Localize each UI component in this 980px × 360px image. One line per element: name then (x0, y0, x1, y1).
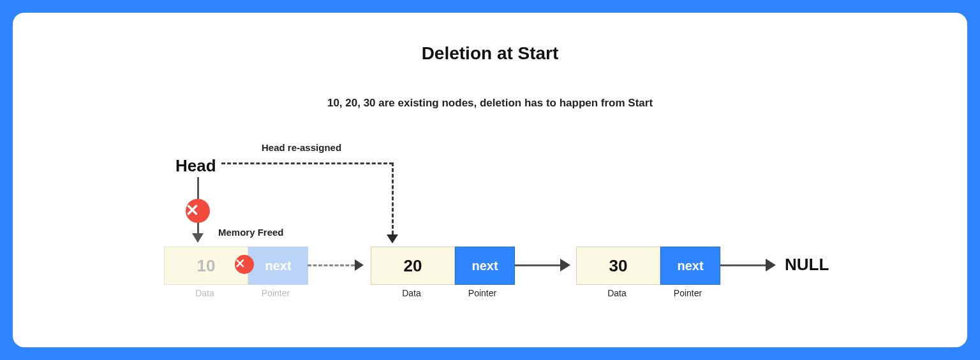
dashed-link-1-2 (308, 264, 355, 266)
head-down-arrowhead-icon (192, 233, 204, 243)
node-data-cell: 30 (576, 247, 660, 285)
node-sublabels-2: Data Pointer (370, 288, 512, 298)
delete-badge-head (186, 199, 210, 223)
pointer-column-label: Pointer (453, 288, 512, 298)
delete-badge-node (235, 255, 254, 274)
pointer-column-label: Pointer (658, 288, 717, 298)
node-value: 30 (609, 256, 628, 276)
diagram-panel: Deletion at Start 10, 20, 30 are existin… (13, 13, 967, 347)
dashed-arrowhead-down-icon (387, 234, 398, 243)
node-next-label: next (471, 259, 498, 273)
null-label: NULL (785, 255, 829, 275)
dashed-link-1-2-arrowhead-icon (355, 259, 364, 271)
head-reassigned-label: Head re-assigned (262, 142, 341, 153)
node-next-label: next (677, 259, 703, 273)
node-sublabels-1: Data Pointer (163, 288, 305, 298)
dashed-line-vertical (392, 162, 394, 234)
node-sublabels-3: Data Pointer (575, 288, 717, 298)
node-next-cell: next (248, 247, 308, 285)
link-3-null-arrowhead-icon (766, 259, 776, 271)
data-column-label: Data (163, 288, 246, 298)
dashed-line-horizontal (221, 162, 393, 164)
node-data-cell: 20 (371, 247, 455, 285)
diagram-title: Deletion at Start (13, 43, 967, 64)
link-2-3-arrowhead-icon (560, 259, 570, 271)
node-3: 30 next (575, 246, 721, 285)
data-column-label: Data (575, 288, 658, 298)
link-2-3 (514, 264, 560, 266)
memory-freed-label: Memory Freed (218, 227, 284, 238)
data-column-label: Data (370, 288, 453, 298)
diagram-subtitle: 10, 20, 30 are existing nodes, deletion … (13, 97, 967, 110)
head-label: Head (175, 156, 216, 176)
node-next-cell: next (660, 247, 720, 285)
node-next-label: next (265, 259, 291, 273)
close-icon (235, 258, 254, 271)
pointer-column-label: Pointer (246, 288, 305, 298)
node-next-cell: next (455, 247, 515, 285)
link-3-null (720, 264, 766, 266)
node-2: 20 next (370, 246, 516, 285)
node-value: 20 (404, 256, 422, 276)
node-value: 10 (197, 256, 216, 276)
close-icon (186, 203, 210, 219)
